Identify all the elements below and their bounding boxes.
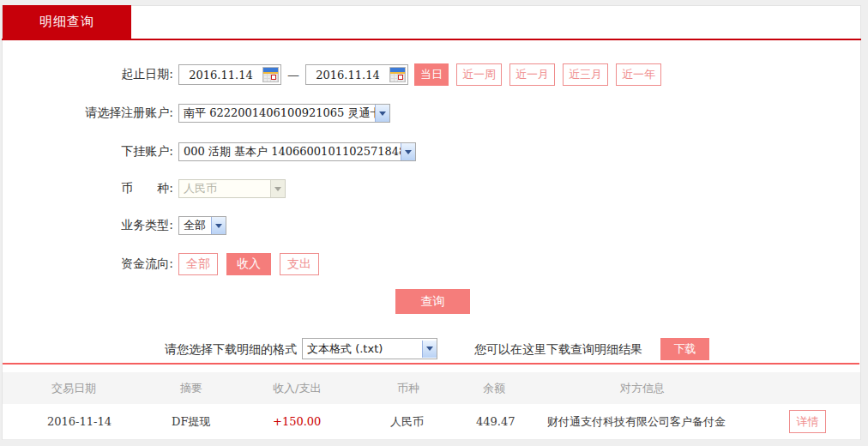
date-separator: —	[287, 68, 299, 81]
currency-label: 币 种:	[2, 181, 178, 196]
calendar-icon[interactable]	[389, 67, 406, 82]
date-range-row: 起止日期: 2016.11.14 — 2016.11.14 当日 近一周 近一月…	[2, 63, 861, 86]
download-row: 请您选择下载明细的格式 文本格式 (.txt) 您可以在这里下载查询明细结果 下…	[2, 338, 861, 360]
business-type-value: 全部	[179, 218, 211, 233]
registered-account-value: 南平 6222001406100921065 灵通卡	[179, 105, 375, 121]
business-type-label: 业务类型:	[2, 218, 178, 233]
chevron-down-icon[interactable]	[211, 217, 226, 234]
flow-expense-button[interactable]: 支出	[280, 253, 319, 275]
quick-range-month-button[interactable]: 近一月	[509, 63, 555, 86]
download-format-select[interactable]: 文本格式 (.txt)	[302, 338, 437, 359]
col-header-summary: 摘要	[172, 381, 273, 396]
quick-range-week-button[interactable]: 近一周	[456, 63, 502, 86]
chevron-down-icon[interactable]	[422, 341, 437, 358]
business-type-select[interactable]: 全部	[178, 216, 226, 235]
date-to-value: 2016.11.14	[306, 69, 389, 81]
chevron-down-icon	[270, 180, 285, 197]
quick-range-year-button[interactable]: 近一年	[616, 63, 661, 86]
table-row: 2016-11-14 DF提现 +150.00 人民币 449.47 财付通支付…	[3, 404, 860, 440]
date-from-input[interactable]: 2016.11.14	[178, 64, 281, 85]
col-header-counterparty: 对方信息	[547, 381, 789, 396]
col-header-currency: 币种	[390, 381, 476, 396]
cell-summary: DF提现	[172, 414, 273, 430]
query-button[interactable]: 查询	[395, 289, 470, 314]
brand-divider	[2, 39, 861, 40]
cell-currency: 人民币	[390, 414, 476, 430]
col-header-balance: 余额	[476, 381, 547, 396]
fund-flow-row: 资金流向: 全部 收入 支出	[2, 253, 861, 275]
download-format-value: 文本格式 (.txt)	[303, 341, 422, 357]
download-button[interactable]: 下载	[660, 338, 709, 360]
registered-account-row: 请选择注册账户: 南平 6222001406100921065 灵通卡	[2, 104, 861, 123]
currency-value: 人民币	[179, 181, 270, 196]
registered-account-label: 请选择注册账户:	[2, 105, 178, 121]
tab-label: 明细查询	[39, 14, 94, 30]
flow-all-button[interactable]: 全部	[178, 253, 218, 275]
date-range-label: 起止日期:	[2, 67, 178, 82]
quick-range-today-button[interactable]: 当日	[414, 63, 449, 86]
date-to-input[interactable]: 2016.11.14	[305, 64, 408, 85]
col-header-amount: 收入/支出	[273, 381, 390, 396]
col-header-date: 交易日期	[3, 381, 172, 396]
detail-button[interactable]: 详情	[789, 410, 826, 433]
quick-range-3months-button[interactable]: 近三月	[563, 63, 608, 86]
fund-flow-label: 资金流向:	[2, 256, 178, 272]
currency-select: 人民币	[178, 179, 286, 198]
cell-date: 2016-11-14	[3, 415, 172, 428]
calendar-icon[interactable]	[262, 67, 279, 82]
currency-row: 币 种: 人民币	[2, 179, 861, 198]
date-from-value: 2016.11.14	[179, 69, 262, 81]
registered-account-select[interactable]: 南平 6222001406100921065 灵通卡	[178, 104, 390, 123]
download-hint: 您可以在这里下载查询明细结果	[474, 338, 642, 360]
business-type-row: 业务类型: 全部	[2, 216, 861, 235]
tab-detail-query[interactable]: 明细查询	[3, 5, 131, 39]
sub-account-label: 下挂账户:	[2, 144, 178, 160]
chevron-down-icon[interactable]	[401, 143, 415, 160]
table-header: 交易日期 摘要 收入/支出 币种 余额 对方信息	[3, 372, 860, 404]
sub-account-select[interactable]: 000 活期 基本户 1406600101102571848	[178, 142, 416, 161]
download-format-label: 请您选择下载明细的格式	[2, 338, 297, 360]
cell-counterparty: 财付通支付科技有限公司客户备付金	[547, 414, 789, 430]
sub-account-value: 000 活期 基本户 1406600101102571848	[179, 144, 401, 160]
cell-amount: +150.00	[273, 415, 390, 428]
cell-detail: 详情	[789, 410, 860, 433]
detail-query-screen: 明细查询 起止日期: 2016.11.14 — 2016.11.14 当日 近一…	[0, 0, 868, 446]
table-top-divider	[3, 363, 859, 365]
cell-balance: 449.47	[476, 415, 547, 428]
flow-income-button[interactable]: 收入	[226, 253, 271, 275]
sub-account-row: 下挂账户: 000 活期 基本户 1406600101102571848	[2, 142, 861, 161]
chevron-down-icon[interactable]	[375, 105, 389, 122]
